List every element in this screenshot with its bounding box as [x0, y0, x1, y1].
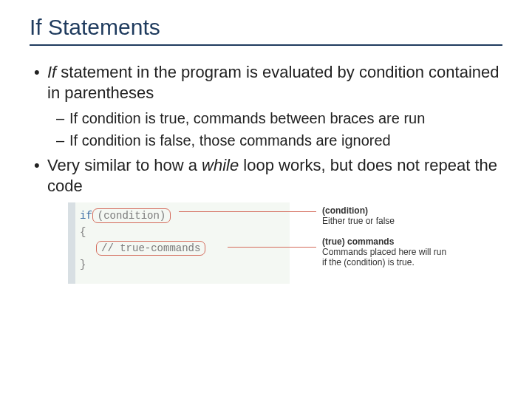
commands-box: // true-commands — [96, 241, 205, 256]
bullet-1-italic: If — [47, 63, 56, 81]
bullet-dot-icon: • — [34, 62, 47, 103]
bullet-2: • Very similar to how a while loop works… — [34, 155, 502, 197]
bullet-1-rest: statement in the program is evaluated by… — [47, 63, 499, 102]
bullet-2-pre: Very similar to how a — [47, 156, 202, 174]
slide-title: If Statements — [30, 15, 502, 46]
bullet-1: • If statement in the program is evaluat… — [34, 62, 502, 103]
sub-bullet-1-text: If condition is true, commands between b… — [69, 109, 502, 129]
callout-condition-body: Either true or false — [322, 216, 474, 226]
callouts: (condition) Either true or false (true) … — [290, 202, 474, 284]
callout-commands-title: (true) commands — [322, 236, 474, 247]
bullet-1-text: If statement in the program is evaluated… — [47, 62, 502, 103]
dash-icon: – — [56, 132, 69, 151]
callout-condition-title: (condition) — [322, 205, 474, 216]
bullet-list: • If statement in the program is evaluat… — [30, 62, 502, 197]
code-line-4: } — [80, 259, 282, 270]
callout-commands-body1: Commands placed here will run — [322, 247, 474, 257]
dash-icon: – — [56, 109, 69, 129]
code-line-2: { — [80, 226, 282, 238]
connector-line-icon — [228, 247, 316, 248]
slide: If Statements • If statement in the prog… — [0, 0, 532, 284]
callout-commands: (true) commands Commands placed here wil… — [322, 236, 474, 267]
line-number-gutter — [68, 202, 75, 284]
connector-line-icon — [179, 211, 316, 212]
bullet-dot-icon: • — [34, 155, 47, 197]
sub-bullet-1: – If condition is true, commands between… — [56, 109, 502, 129]
bullet-2-italic: while — [202, 156, 239, 174]
callout-commands-body2: if the (condition) is true. — [322, 257, 474, 267]
code-snippet: if(condition) { // true-commands } — [68, 202, 290, 284]
sub-bullet-2: – If condition is false, those commands … — [56, 132, 502, 151]
code-line-1: if(condition) — [80, 208, 282, 223]
code-line-3: // true-commands — [96, 241, 282, 256]
keyword-if: if — [80, 210, 92, 222]
bullet-2-text: Very similar to how a while loop works, … — [47, 155, 502, 197]
code-diagram: if(condition) { // true-commands } (cond… — [68, 202, 502, 284]
sub-bullet-2-text: If condition is false, those commands ar… — [69, 132, 502, 151]
condition-box: (condition) — [92, 208, 171, 223]
callout-condition: (condition) Either true or false — [322, 205, 474, 226]
condition-text: condition — [103, 210, 160, 222]
